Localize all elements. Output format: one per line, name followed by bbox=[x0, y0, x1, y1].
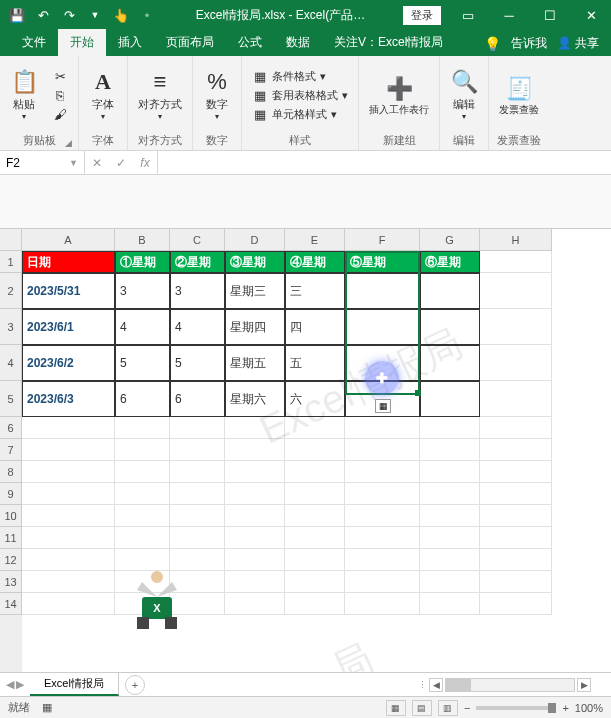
alignment-button[interactable]: ≡对齐方式▾ bbox=[134, 67, 186, 123]
cell[interactable] bbox=[480, 527, 552, 549]
cell[interactable] bbox=[345, 483, 420, 505]
insert-row-button[interactable]: ➕插入工作表行 bbox=[365, 74, 433, 117]
cell[interactable] bbox=[285, 439, 345, 461]
cell[interactable] bbox=[285, 505, 345, 527]
cell[interactable] bbox=[225, 505, 285, 527]
cell[interactable]: 五 bbox=[285, 345, 345, 381]
cell[interactable]: ④星期 bbox=[285, 251, 345, 273]
cell[interactable] bbox=[480, 381, 552, 417]
column-headers[interactable]: ABCDEFGH bbox=[22, 229, 611, 251]
cell[interactable] bbox=[22, 417, 115, 439]
tab-formulas[interactable]: 公式 bbox=[226, 29, 274, 56]
paste-button[interactable]: 📋粘贴▾ bbox=[6, 67, 42, 123]
cell[interactable] bbox=[420, 345, 480, 381]
cell[interactable] bbox=[225, 549, 285, 571]
cell[interactable]: 5 bbox=[115, 345, 170, 381]
cell[interactable] bbox=[345, 309, 420, 345]
row-header-6[interactable]: 6 bbox=[0, 417, 22, 439]
cell[interactable]: 四 bbox=[285, 309, 345, 345]
formula-input[interactable] bbox=[158, 151, 611, 174]
cell[interactable] bbox=[420, 593, 480, 615]
cell[interactable] bbox=[480, 439, 552, 461]
view-normal-icon[interactable]: ▦ bbox=[386, 700, 406, 716]
cell[interactable] bbox=[225, 593, 285, 615]
cell[interactable]: 星期五 bbox=[225, 345, 285, 381]
cell[interactable] bbox=[420, 527, 480, 549]
cell[interactable]: 三 bbox=[285, 273, 345, 309]
qat-dropdown-icon[interactable]: ▼ bbox=[84, 4, 106, 26]
share-button[interactable]: 👤 共享 bbox=[557, 35, 599, 52]
tab-insert[interactable]: 插入 bbox=[106, 29, 154, 56]
view-pagebreak-icon[interactable]: ▥ bbox=[438, 700, 458, 716]
cell[interactable] bbox=[225, 461, 285, 483]
login-button[interactable]: 登录 bbox=[403, 6, 441, 25]
enter-formula-icon[interactable]: ✓ bbox=[109, 156, 133, 170]
minimize-icon[interactable]: ─ bbox=[489, 0, 529, 30]
save-icon[interactable]: 💾 bbox=[6, 4, 28, 26]
cell[interactable] bbox=[225, 417, 285, 439]
maximize-icon[interactable]: ☐ bbox=[530, 0, 570, 30]
cell[interactable]: ②星期 bbox=[170, 251, 225, 273]
cell[interactable]: ⑥星期 bbox=[420, 251, 480, 273]
row-headers[interactable]: 1234567891011121314 bbox=[0, 229, 22, 672]
cell[interactable] bbox=[345, 549, 420, 571]
row-header-11[interactable]: 11 bbox=[0, 527, 22, 549]
cell[interactable] bbox=[345, 273, 420, 309]
cell[interactable]: 星期三 bbox=[225, 273, 285, 309]
cell[interactable] bbox=[115, 483, 170, 505]
cell[interactable]: ③星期 bbox=[225, 251, 285, 273]
cell[interactable] bbox=[345, 417, 420, 439]
cell[interactable] bbox=[480, 461, 552, 483]
cell[interactable] bbox=[285, 549, 345, 571]
redo-icon[interactable]: ↷ bbox=[58, 4, 80, 26]
cell[interactable]: 日期 bbox=[22, 251, 115, 273]
cut-button[interactable]: ✂ bbox=[48, 68, 72, 85]
cell[interactable] bbox=[480, 549, 552, 571]
row-header-10[interactable]: 10 bbox=[0, 505, 22, 527]
cell[interactable] bbox=[480, 345, 552, 381]
hscroll-left-icon[interactable]: ◀ bbox=[429, 678, 443, 692]
tab-layout[interactable]: 页面布局 bbox=[154, 29, 226, 56]
cell[interactable] bbox=[345, 461, 420, 483]
cell[interactable] bbox=[22, 549, 115, 571]
cell[interactable] bbox=[420, 309, 480, 345]
col-header-E[interactable]: E bbox=[285, 229, 345, 251]
cell[interactable] bbox=[345, 439, 420, 461]
col-header-B[interactable]: B bbox=[115, 229, 170, 251]
cell[interactable] bbox=[480, 273, 552, 309]
touch-mode-icon[interactable]: 👆 bbox=[110, 4, 132, 26]
cell[interactable] bbox=[420, 549, 480, 571]
cell[interactable]: 星期六 bbox=[225, 381, 285, 417]
undo-icon[interactable]: ↶ bbox=[32, 4, 54, 26]
invoice-button[interactable]: 🧾发票查验 bbox=[495, 74, 543, 117]
cell[interactable] bbox=[115, 549, 170, 571]
row-header-9[interactable]: 9 bbox=[0, 483, 22, 505]
cell[interactable] bbox=[345, 593, 420, 615]
cell[interactable] bbox=[170, 527, 225, 549]
cell[interactable] bbox=[420, 505, 480, 527]
cell-style-button[interactable]: ▦单元格样式 ▾ bbox=[248, 106, 352, 123]
cell[interactable]: 4 bbox=[170, 309, 225, 345]
autofill-options-icon[interactable]: ▦ bbox=[375, 399, 391, 413]
cell[interactable] bbox=[345, 571, 420, 593]
cell[interactable] bbox=[480, 483, 552, 505]
col-header-G[interactable]: G bbox=[420, 229, 480, 251]
col-header-H[interactable]: H bbox=[480, 229, 552, 251]
cell[interactable] bbox=[170, 483, 225, 505]
cell[interactable] bbox=[285, 483, 345, 505]
add-sheet-button[interactable]: + bbox=[125, 675, 145, 695]
cell[interactable] bbox=[22, 505, 115, 527]
cell[interactable] bbox=[22, 483, 115, 505]
cell[interactable]: 3 bbox=[115, 273, 170, 309]
copy-button[interactable]: ⎘ bbox=[48, 87, 72, 104]
cell[interactable] bbox=[285, 593, 345, 615]
cell[interactable] bbox=[115, 461, 170, 483]
row-header-3[interactable]: 3 bbox=[0, 309, 22, 345]
lightbulb-icon[interactable]: 💡 bbox=[484, 36, 501, 52]
cell[interactable]: 星期四 bbox=[225, 309, 285, 345]
select-all-corner[interactable] bbox=[0, 229, 22, 251]
view-layout-icon[interactable]: ▤ bbox=[412, 700, 432, 716]
zoom-in-icon[interactable]: + bbox=[562, 702, 568, 714]
cell[interactable] bbox=[420, 571, 480, 593]
cell[interactable] bbox=[285, 571, 345, 593]
